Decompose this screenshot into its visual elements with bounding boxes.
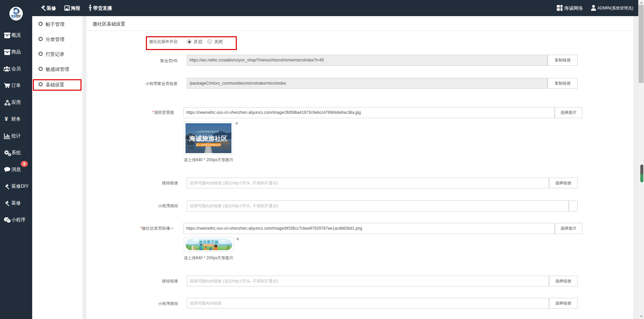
- svg-text:— 在这里找到更多景点社区 —: — 在这里找到更多景点社区 —: [195, 130, 222, 133]
- svg-text:新人首拍享30天曝光5%: 新人首拍享30天曝光5%: [196, 143, 221, 146]
- svg-text:欢乐亲子游: 欢乐亲子游: [199, 240, 218, 244]
- svg-text:一起看世界 · 收获好心情: 一起看世界 · 收获好心情: [203, 246, 215, 248]
- svg-text:海诚旅游社区: 海诚旅游社区: [189, 135, 227, 142]
- svg-text:NETHC: NETHC: [12, 17, 20, 19]
